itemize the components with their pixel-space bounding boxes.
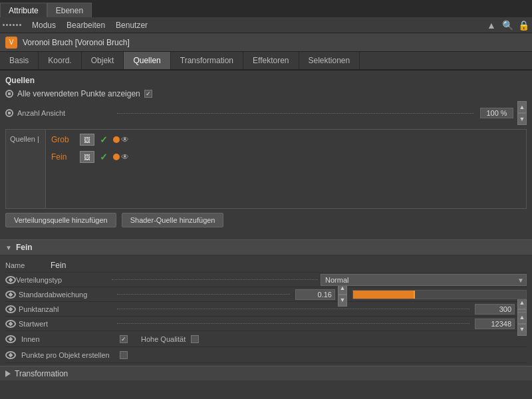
tab-basis[interactable]: Basis — [0, 52, 39, 69]
hohe-qualitat-label: Hohe Qualität — [141, 335, 186, 343]
name-row: Name Fein — [5, 258, 527, 273]
menu-modus[interactable]: Modus — [27, 19, 61, 31]
quellen-grob-check[interactable]: ✓ — [100, 134, 108, 145]
quellen-section-header: Quellen — [5, 76, 527, 85]
quellen-content: Grob 🖼 ✓ 👁 Fein 🖼 ✓ 👁 — [46, 130, 526, 208]
fein-title: Fein — [16, 243, 33, 252]
search-icon[interactable]: 🔍 — [501, 19, 513, 31]
tab-transformation[interactable]: Transformation — [171, 52, 243, 69]
checkbox-alle-punkte[interactable]: ✓ — [144, 90, 152, 98]
quellen-fein-eye-container: 👁 — [113, 152, 129, 162]
innen-hohe-row: Innen ✓ Hohe Qualität — [5, 331, 527, 347]
prop-verteilungstyp-label: Verteilungstyp — [16, 276, 109, 284]
hohe-qualitat-checkbox[interactable] — [191, 335, 199, 343]
radio-standardabweichung[interactable] — [5, 291, 16, 299]
percent-input[interactable] — [480, 108, 513, 118]
radio-anzahl-row: Anzahl Ansicht ▲ ▼ — [5, 101, 527, 125]
tab-effektoren[interactable]: Effektoren — [243, 52, 299, 69]
quellen-col-label: Quellen | — [6, 130, 46, 208]
radio-verteilungstyp[interactable] — [5, 276, 16, 284]
standardabweichung-spin: ▲ ▼ — [338, 283, 347, 307]
tab-objekt[interactable]: Objekt — [82, 52, 124, 69]
dotted-sp3 — [117, 309, 469, 309]
innen-label: Innen — [21, 335, 114, 343]
eye-fein-icon[interactable]: 👁 — [121, 152, 129, 162]
punkte-pro-objekt-label: Punkte pro Objekt erstellen — [21, 351, 114, 359]
prop-startwert-label: Startwert — [19, 320, 112, 328]
property-tab-bar: Basis Koord. Objekt Quellen Transformati… — [0, 52, 532, 70]
add-shader-btn[interactable]: Shader-Quelle hinzufügen — [122, 213, 224, 227]
fein-collapse-arrow: ▼ — [5, 244, 12, 251]
name-value[interactable]: Fein — [51, 261, 66, 270]
quellen-fein-name: Fein — [51, 152, 74, 162]
lock-icon[interactable]: 🔒 — [517, 19, 529, 31]
orange-dot-fein1 — [113, 154, 120, 160]
dotted-sp2 — [117, 294, 290, 295]
startwert-spin-down[interactable]: ▼ — [517, 324, 527, 336]
menu-right-icons: ▲ 🔍 🔒 — [485, 19, 529, 31]
radio-punktanzahl[interactable] — [5, 305, 16, 313]
verteilungstyp-select-wrapper: Normal ▼ — [321, 274, 527, 286]
quellen-row-fein: Fein 🖼 ✓ 👁 — [51, 151, 521, 163]
dotted-spacer — [117, 113, 473, 114]
menu-benutzer[interactable]: Benutzer — [110, 19, 153, 31]
prop-verteilungstyp-row: Verteilungstyp Normal ▼ — [5, 273, 527, 287]
arrow-up-icon[interactable]: ▲ — [485, 19, 497, 31]
radio-innen[interactable] — [5, 335, 16, 343]
percent-spin: ▲ ▼ — [517, 101, 527, 125]
quellen-grob-name: Grob — [51, 135, 74, 144]
quellen-panel: Quellen | Grob 🖼 ✓ 👁 Fein 🖼 ✓ — [5, 129, 527, 209]
startwert-input[interactable] — [475, 319, 515, 329]
startwert-spin-up[interactable]: ▲ — [517, 312, 527, 324]
standardabweichung-slider[interactable] — [352, 290, 527, 299]
standardabweichung-input[interactable] — [295, 289, 335, 300]
orange-dot-grob1 — [113, 136, 120, 143]
tab-selektionen[interactable]: Selektionen — [299, 52, 360, 69]
object-type-icon: V — [5, 37, 17, 49]
prop-standardabweichung-row: Standardabweichung ▲ ▼ — [5, 287, 527, 302]
name-label: Name — [5, 261, 45, 269]
prop-punktanzahl-row: Punktanzahl ▲ ▼ — [5, 302, 527, 317]
transformation-header[interactable]: Transformation — [0, 366, 532, 380]
quellen-fein-eye-row: 👁 — [113, 152, 129, 162]
prop-startwert-row: Startwert ▲ ▼ — [5, 317, 527, 331]
punktanzahl-input[interactable] — [475, 304, 515, 315]
quellen-row-grob: Grob 🖼 ✓ 👁 — [51, 134, 521, 146]
quellen-fein-img-icon[interactable]: 🖼 — [80, 151, 94, 163]
menubar: Modus Bearbeiten Benutzer ▲ 🔍 🔒 — [0, 17, 532, 33]
tab-quellen[interactable]: Quellen — [124, 52, 170, 69]
quellen-fein-check[interactable]: ✓ — [100, 152, 108, 162]
radio-alle-punkte-row: Alle verwendeten Punkte anzeigen ✓ — [5, 89, 527, 98]
quellen-grob-eye-row: 👁 — [113, 135, 129, 144]
prop-standardabweichung-label: Standardabweichung — [19, 291, 112, 299]
radio-punkte-pro-objekt[interactable] — [5, 351, 16, 359]
tab-ebenen[interactable]: Ebenen — [47, 3, 92, 17]
innen-checkbox[interactable]: ✓ — [120, 335, 128, 343]
standardabweichung-spin-down[interactable]: ▼ — [338, 295, 347, 307]
spin-up-btn[interactable]: ▲ — [517, 101, 527, 113]
tab-koord[interactable]: Koord. — [39, 52, 81, 69]
content-area: Quellen Alle verwendeten Punkte anzeigen… — [0, 70, 532, 239]
radio-startwert[interactable] — [5, 320, 16, 328]
quellen-grob-eye-container: 👁 — [113, 135, 129, 144]
object-title-text: Voronoi Bruch [Voronoi Bruch] — [23, 38, 130, 47]
fein-section-header[interactable]: ▼ Fein — [0, 239, 532, 255]
prop-punktanzahl-label: Punktanzahl — [19, 305, 112, 313]
tab-attribute[interactable]: Attribute — [0, 3, 47, 17]
add-verteilung-btn[interactable]: Verteilungsquelle hinzufügen — [5, 213, 116, 227]
title-tab-bar: Attribute Ebenen — [0, 0, 532, 17]
transformation-arrow-icon — [5, 370, 11, 377]
menu-bearbeiten[interactable]: Bearbeiten — [61, 19, 110, 31]
dotted-sp4 — [117, 323, 469, 324]
fein-properties: Name Fein Verteilungstyp Normal ▼ Standa… — [0, 255, 532, 366]
menu-dots-icon[interactable] — [3, 24, 21, 26]
punkte-pro-objekt-row: Punkte pro Objekt erstellen — [5, 347, 527, 363]
quellen-grob-img-icon[interactable]: 🖼 — [80, 134, 94, 146]
radio-anzahl[interactable] — [5, 109, 13, 117]
punkte-pro-objekt-checkbox[interactable] — [120, 351, 128, 359]
eye-grob-icon[interactable]: 👁 — [121, 135, 129, 144]
spin-down-btn[interactable]: ▼ — [517, 113, 527, 125]
verteilungstyp-select[interactable]: Normal — [321, 274, 527, 286]
radio-alle-punkte[interactable] — [5, 90, 13, 98]
action-buttons-row: Verteilungsquelle hinzufügen Shader-Quel… — [5, 213, 527, 227]
